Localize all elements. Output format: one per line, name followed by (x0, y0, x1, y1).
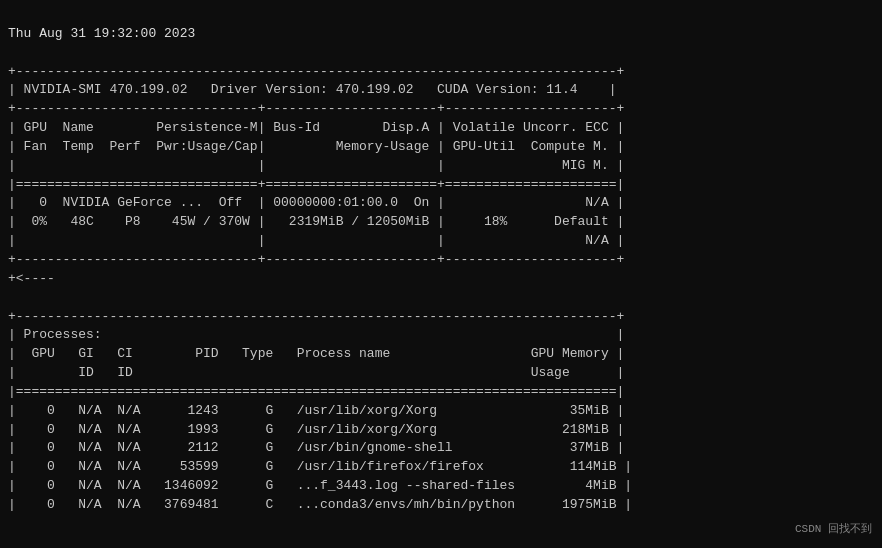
processes-col-2: | ID ID Usage | (8, 365, 624, 380)
gpu-row-1: | 0 NVIDIA GeForce ... Off | 00000000:01… (8, 195, 624, 210)
scroll-row: +<---- (8, 271, 55, 286)
processes-separator: |=======================================… (8, 384, 624, 399)
terminal-output: Thu Aug 31 19:32:00 2023 +--------------… (8, 6, 874, 542)
section1-border-bot: +-------------------------------+-------… (8, 252, 624, 267)
border-top: +---------------------------------------… (8, 64, 624, 79)
col-header-2: | Fan Temp Perf Pwr:Usage/Cap| Memory-Us… (8, 139, 624, 154)
processes-header: | Processes: | (8, 327, 624, 342)
processes-col-1: | GPU GI CI PID Type Process name GPU Me… (8, 346, 624, 361)
section2-border-top: +---------------------------------------… (8, 309, 624, 324)
smi-header-line: | NVIDIA-SMI 470.199.02 Driver Version: … (8, 82, 617, 97)
process-row-2: | 0 N/A N/A 1993 G /usr/lib/xorg/Xorg 21… (8, 422, 624, 437)
watermark-text: CSDN 回找不到 (795, 522, 872, 538)
gpu-row-3: | | | N/A | (8, 233, 624, 248)
gpu-row-2: | 0% 48C P8 45W / 370W | 2319MiB / 12050… (8, 214, 624, 229)
process-row-4: | 0 N/A N/A 53599 G /usr/lib/firefox/fir… (8, 459, 632, 474)
section1-border1: +-------------------------------+-------… (8, 101, 624, 116)
process-row-5: | 0 N/A N/A 1346092 G ...f_3443.log --sh… (8, 478, 632, 493)
col-header-1: | GPU Name Persistence-M| Bus-Id Disp.A … (8, 120, 624, 135)
timestamp-line: Thu Aug 31 19:32:00 2023 (8, 26, 195, 41)
col-header-3: | | | MIG M. | (8, 158, 624, 173)
process-row-6: | 0 N/A N/A 3769481 C ...conda3/envs/mh/… (8, 497, 632, 512)
process-row-1: | 0 N/A N/A 1243 G /usr/lib/xorg/Xorg 35… (8, 403, 624, 418)
process-row-3: | 0 N/A N/A 2112 G /usr/bin/gnome-shell … (8, 440, 624, 455)
section1-separator: |===============================+=======… (8, 177, 624, 192)
